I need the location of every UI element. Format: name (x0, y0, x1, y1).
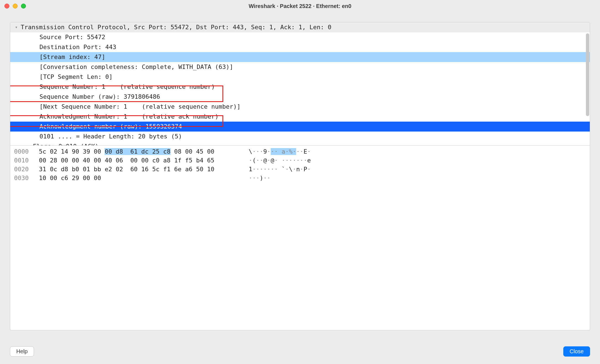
protocol-tree[interactable]: ▾ Transmission Control Protocol, Src Por… (10, 22, 590, 145)
window-title: Wireshark · Packet 2522 · Ethernet: en0 (0, 3, 600, 9)
src-port-row[interactable]: Source Port: 55472 (10, 32, 590, 42)
titlebar: Wireshark · Packet 2522 · Ethernet: en0 (0, 0, 600, 12)
ack-raw-label: Acknowledgment number (raw): 1559326374 (20, 122, 182, 132)
seq-raw-row[interactable]: Sequence Number (raw): 3791806486 (10, 92, 590, 102)
close-button[interactable]: Close (563, 346, 590, 357)
dst-port-label: Destination Port: 443 (20, 42, 116, 52)
minimize-window-icon[interactable] (13, 4, 18, 9)
hex-bytes: 00 28 00 00 40 00 40 06 00 00 c0 a8 1f f… (39, 156, 238, 165)
seq-raw-label: Sequence Number (raw): 3791806486 (20, 92, 160, 102)
tcp-header-label: Transmission Control Protocol, Src Port:… (20, 22, 331, 32)
seg-len-label: [TCP Segment Len: 0] (20, 72, 113, 82)
hex-offset: 0020 (14, 165, 39, 174)
content-area: ▾ Transmission Control Protocol, Src Por… (0, 12, 600, 344)
close-window-icon[interactable] (4, 4, 9, 9)
ack-rel-label: Acknowledgment Number: 1 (relative ack n… (20, 112, 219, 122)
next-seq-row[interactable]: [Next Sequence Number: 1 (relative seque… (10, 102, 590, 112)
hex-offset: 0030 (14, 174, 39, 183)
scrollbar-thumb[interactable] (586, 33, 589, 116)
traffic-lights (4, 4, 26, 9)
hex-dump-pane[interactable]: 0000 5c 02 14 90 39 00 00 d8 61 dc 25 c8… (10, 146, 590, 330)
ack-raw-row[interactable]: Acknowledgment number (raw): 1559326374 (10, 122, 590, 132)
hex-row-0030[interactable]: 0030 10 00 c6 29 00 00 ···)·· (14, 174, 586, 183)
stream-index-label: [Stream index: 47] (20, 52, 105, 62)
ack-rel-row[interactable]: Acknowledgment Number: 1 (relative ack n… (10, 112, 590, 122)
next-seq-label: [Next Sequence Number: 1 (relative seque… (20, 102, 240, 112)
conv-complete-label: [Conversation completeness: Complete, WI… (20, 62, 233, 72)
seq-rel-label: Sequence Number: 1 (relative sequence nu… (20, 82, 215, 92)
protocol-tree-pane[interactable]: ▾ Transmission Control Protocol, Src Por… (10, 22, 590, 146)
src-port-label: Source Port: 55472 (20, 32, 105, 42)
seq-rel-row[interactable]: Sequence Number: 1 (relative sequence nu… (10, 82, 590, 92)
hex-offset: 0000 (14, 147, 39, 156)
hex-offset: 0010 (14, 156, 39, 165)
hex-bytes: 31 0c d8 b0 01 bb e2 02 60 16 5c f1 6e a… (39, 165, 238, 174)
packet-details-window: Wireshark · Packet 2522 · Ethernet: en0 … (0, 0, 600, 364)
hex-row-0010[interactable]: 0010 00 28 00 00 40 00 40 06 00 00 c0 a8… (14, 156, 586, 165)
conv-complete-row[interactable]: [Conversation completeness: Complete, WI… (10, 62, 590, 72)
hex-ascii: \···9··· a·%···E· (238, 147, 311, 156)
dialog-footer: Help Close (0, 344, 600, 364)
flags-label: Flags: 0x010 (ACK) (20, 141, 99, 145)
hdr-len-row[interactable]: 0101 .... = Header Length: 20 bytes (5) (10, 132, 590, 141)
hex-row-0000[interactable]: 0000 5c 02 14 90 39 00 00 d8 61 dc 25 c8… (14, 147, 586, 156)
hex-bytes: 10 00 c6 29 00 00 (39, 174, 238, 183)
help-button[interactable]: Help (10, 346, 34, 357)
hex-ascii: ···)·· (238, 174, 271, 183)
flags-row[interactable]: ▸Flags: 0x010 (ACK) (10, 141, 590, 145)
chevron-down-icon[interactable]: ▾ (13, 22, 20, 32)
zoom-window-icon[interactable] (21, 4, 26, 9)
stream-index-row[interactable]: [Stream index: 47] (10, 52, 590, 62)
tcp-header-row[interactable]: ▾ Transmission Control Protocol, Src Por… (10, 22, 590, 32)
hex-ascii: 1······· `·\·n·P· (238, 165, 311, 174)
hex-row-0020[interactable]: 0020 31 0c d8 b0 01 bb e2 02 60 16 5c f1… (14, 165, 586, 174)
dst-port-row[interactable]: Destination Port: 443 (10, 42, 590, 52)
hdr-len-label: 0101 .... = Header Length: 20 bytes (5) (20, 132, 182, 141)
chevron-right-icon[interactable]: ▸ (13, 141, 20, 145)
hex-ascii: ·(··@·@· ·······e (238, 156, 311, 165)
hex-bytes: 5c 02 14 90 39 00 00 d8 61 dc 25 c8 08 0… (39, 147, 238, 156)
seg-len-row[interactable]: [TCP Segment Len: 0] (10, 72, 590, 82)
